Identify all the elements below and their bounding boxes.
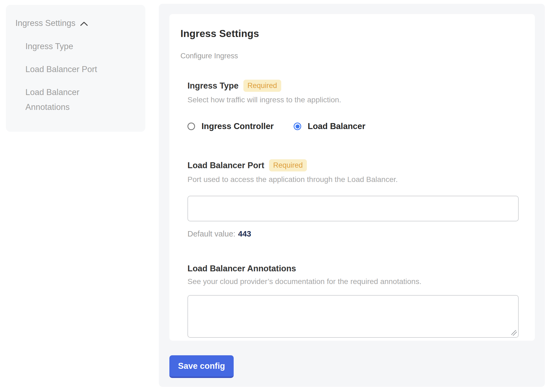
page-subtitle: Configure Ingress bbox=[180, 52, 517, 60]
load-balancer-port-description: Port used to access the application thro… bbox=[187, 175, 519, 184]
settings-nav-sidebar: Ingress Settings Ingress Type Load Balan… bbox=[6, 5, 145, 132]
default-value-row: Default value:443 bbox=[187, 229, 519, 238]
sidebar-item-list: Ingress Type Load Balancer Port Load Bal… bbox=[25, 39, 135, 114]
radio-icon[interactable] bbox=[187, 123, 195, 130]
load-balancer-annotations-textarea[interactable] bbox=[187, 295, 519, 338]
chevron-up-icon[interactable] bbox=[80, 21, 88, 26]
ingress-type-label: Ingress Type bbox=[187, 81, 239, 91]
ingress-settings-card: Ingress Settings Configure Ingress Ingre… bbox=[169, 14, 535, 341]
ingress-settings-panel: Ingress Settings Configure Ingress Ingre… bbox=[159, 4, 545, 387]
sidebar-section-toggle[interactable]: Ingress Settings bbox=[15, 18, 135, 28]
default-value: 443 bbox=[238, 229, 251, 238]
load-balancer-annotations-description: See your cloud provider’s documentation … bbox=[187, 277, 519, 286]
ingress-type-description: Select how traffic will ingress to the a… bbox=[187, 96, 519, 104]
load-balancer-port-label: Load Balancer Port bbox=[187, 161, 264, 170]
annotations-textarea-wrap bbox=[187, 295, 519, 338]
page-title: Ingress Settings bbox=[180, 28, 517, 39]
required-badge: Required bbox=[269, 159, 307, 171]
section-ingress-type: Ingress Type Required Select how traffic… bbox=[187, 80, 519, 131]
load-balancer-port-input[interactable] bbox=[187, 196, 519, 221]
form-sections: Ingress Type Required Select how traffic… bbox=[187, 80, 519, 338]
radio-label: Ingress Controller bbox=[202, 121, 274, 131]
load-balancer-annotations-label: Load Balancer Annotations bbox=[187, 264, 296, 273]
default-value-label: Default value: bbox=[187, 229, 235, 238]
radio-option-ingress-controller[interactable]: Ingress Controller bbox=[187, 121, 274, 131]
sidebar-item-ingress-type[interactable]: Ingress Type bbox=[25, 39, 112, 54]
required-badge: Required bbox=[243, 80, 281, 92]
page: { "colors": { "accent": "#3b76f2", "butt… bbox=[0, 0, 550, 392]
section-load-balancer-port: Load Balancer Port Required Port used to… bbox=[187, 159, 519, 238]
save-config-button[interactable]: Save config bbox=[169, 355, 234, 378]
sidebar-item-load-balancer-port[interactable]: Load Balancer Port bbox=[25, 62, 112, 77]
radio-icon[interactable] bbox=[294, 123, 301, 130]
radio-option-load-balancer[interactable]: Load Balancer bbox=[294, 121, 365, 131]
sidebar-section-title: Ingress Settings bbox=[15, 18, 75, 28]
ingress-type-radio-group: Ingress Controller Load Balancer bbox=[187, 121, 519, 131]
section-load-balancer-annotations: Load Balancer Annotations See your cloud… bbox=[187, 264, 519, 338]
sidebar-item-load-balancer-annotations[interactable]: Load Balancer Annotations bbox=[25, 85, 112, 114]
radio-label: Load Balancer bbox=[308, 121, 365, 131]
